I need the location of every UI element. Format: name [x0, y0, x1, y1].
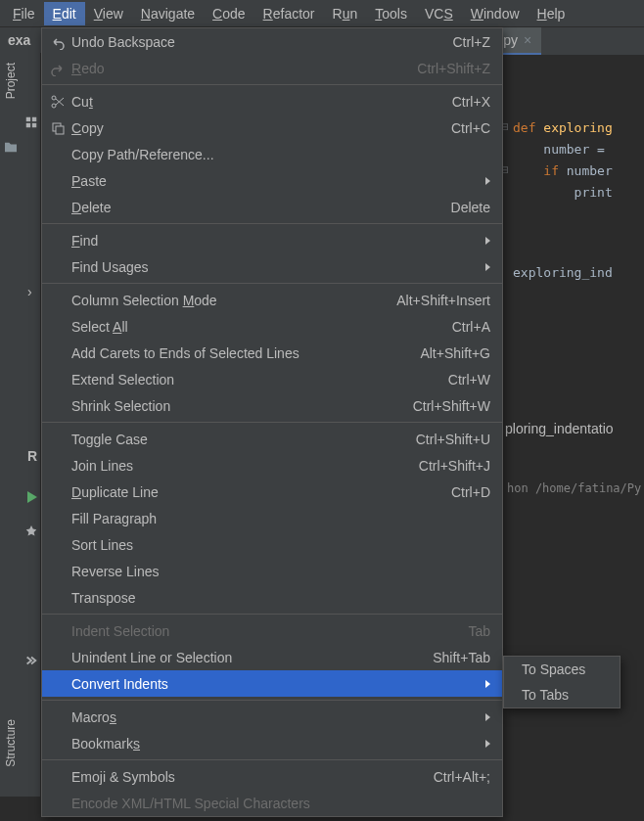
menu-sort-lines[interactable]: Sort Lines	[42, 531, 502, 558]
menu-join-lines[interactable]: Join Lines Ctrl+Shift+J	[42, 452, 502, 479]
menu-vcs[interactable]: VCS	[416, 2, 462, 25]
submenu-to-spaces[interactable]: To Spaces	[504, 657, 620, 682]
code-line: def exploring	[513, 117, 644, 139]
run-tool-letter[interactable]: R	[27, 448, 37, 464]
editor[interactable]: ⊟ ⊟ def exploring number = if number pri…	[503, 117, 644, 284]
menubar: File Edit View Navigate Code Refactor Ru…	[0, 0, 644, 27]
menu-shortcut: Ctrl+X	[452, 94, 490, 110]
code-line: print	[513, 182, 644, 204]
menu-emoji[interactable]: Emoji & Symbols Ctrl+Alt+;	[42, 763, 502, 790]
menu-label: Sort Lines	[71, 537, 490, 553]
menu-label: Emoji & Symbols	[71, 769, 434, 785]
menu-extend-selection[interactable]: Extend Selection Ctrl+W	[42, 366, 502, 392]
menu-label: Duplicate Line	[71, 484, 451, 500]
menu-delete[interactable]: Delete Delete	[42, 194, 502, 220]
menu-label: Macros	[71, 709, 490, 725]
chevron-right-icon	[484, 259, 492, 275]
code-line: exploring_ind	[513, 262, 644, 284]
menu-shortcut: Ctrl+Shift+Z	[417, 61, 490, 76]
menu-label: Convert Indents	[71, 676, 490, 692]
menu-code[interactable]: Code	[204, 2, 253, 25]
close-icon[interactable]: ×	[524, 32, 531, 48]
menu-label: Redo	[71, 61, 417, 76]
menu-label: Copy	[71, 120, 451, 136]
menu-tools[interactable]: Tools	[366, 2, 416, 25]
scissors-icon	[50, 94, 66, 110]
menu-add-carets[interactable]: Add Carets to Ends of Selected Lines Alt…	[42, 340, 502, 366]
tool-icon[interactable]	[24, 525, 38, 538]
menu-redo: Redo Ctrl+Shift+Z	[42, 55, 502, 81]
menu-label: Toggle Case	[71, 432, 416, 447]
menu-label: Undo Backspace	[71, 34, 453, 50]
menu-label: Paste	[71, 173, 490, 189]
menu-column-selection[interactable]: Column Selection Mode Alt+Shift+Insert	[42, 287, 502, 313]
sidebar-tab-project[interactable]: Project	[1, 53, 21, 109]
menu-paste[interactable]: Paste	[42, 167, 502, 194]
menu-encode-xml: Encode XML/HTML Special Characters	[42, 790, 502, 816]
menu-label: Fill Paragraph	[71, 511, 490, 526]
menu-cut[interactable]: Cut Ctrl+X	[42, 88, 502, 114]
svg-rect-3	[32, 123, 36, 127]
menu-file[interactable]: File	[4, 2, 44, 25]
menu-navigate[interactable]: Navigate	[132, 2, 204, 25]
menu-label: Bookmarks	[71, 736, 490, 752]
menu-copy[interactable]: Copy Ctrl+C	[42, 114, 502, 141]
play-icon[interactable]	[27, 491, 37, 503]
menu-reverse-lines[interactable]: Reverse Lines	[42, 558, 502, 584]
submenu-to-tabs[interactable]: To Tabs	[504, 682, 620, 707]
menu-label: Find Usages	[71, 259, 490, 275]
menu-window[interactable]: Window	[462, 2, 529, 25]
menu-edit[interactable]: Edit	[44, 2, 85, 25]
convert-indents-submenu: To Spaces To Tabs	[503, 656, 621, 708]
menu-shortcut: Ctrl+W	[448, 372, 490, 388]
menu-shortcut: Ctrl+Z	[453, 34, 491, 50]
code-line: number =	[513, 139, 644, 160]
svg-point-5	[52, 104, 56, 108]
chevron-right-icon	[484, 233, 492, 249]
menu-macros[interactable]: Macros	[42, 704, 502, 730]
menu-shortcut: Ctrl+D	[451, 484, 490, 500]
menu-separator	[42, 422, 502, 423]
menu-find-usages[interactable]: Find Usages	[42, 253, 502, 280]
menu-label: Cut	[71, 94, 452, 110]
menu-shortcut: Ctrl+C	[451, 120, 490, 136]
menu-label: Encode XML/HTML Special Characters	[71, 796, 490, 811]
menu-undo[interactable]: Undo Backspace Ctrl+Z	[42, 28, 502, 55]
menu-separator	[42, 759, 502, 760]
menu-separator	[42, 700, 502, 701]
svg-rect-0	[26, 117, 30, 121]
menu-find[interactable]: Find	[42, 227, 502, 253]
menu-copy-path[interactable]: Copy Path/Reference...	[42, 141, 502, 167]
chevron-right-icon	[484, 173, 492, 189]
menu-toggle-case[interactable]: Toggle Case Ctrl+Shift+U	[42, 426, 502, 452]
menu-convert-indents[interactable]: Convert Indents	[42, 670, 502, 697]
menu-fill-paragraph[interactable]: Fill Paragraph	[42, 505, 502, 531]
menu-label: Column Selection Mode	[71, 293, 396, 308]
svg-rect-2	[26, 123, 30, 127]
menu-label: Indent Selection	[71, 623, 468, 639]
menu-run[interactable]: Run	[324, 2, 367, 25]
menu-shortcut: Ctrl+A	[452, 319, 490, 335]
menu-shrink-selection[interactable]: Shrink Selection Ctrl+Shift+W	[42, 392, 502, 419]
chevron-right-icon[interactable]: ›	[27, 284, 32, 299]
menu-separator	[42, 223, 502, 224]
menu-duplicate-line[interactable]: Duplicate Line Ctrl+D	[42, 479, 502, 505]
switcher-icon[interactable]	[24, 115, 38, 129]
copy-icon	[50, 120, 66, 136]
menu-unindent[interactable]: Unindent Line or Selection Shift+Tab	[42, 644, 502, 670]
menu-select-all[interactable]: Select All Ctrl+A	[42, 313, 502, 340]
menu-shortcut: Ctrl+Shift+J	[419, 458, 490, 474]
menu-bookmarks[interactable]: Bookmarks	[42, 730, 502, 756]
chevron-double-icon[interactable]	[24, 654, 38, 667]
code-line: if number	[513, 160, 644, 182]
run-tool-title: ploring_indentatio	[505, 421, 614, 436]
menu-view[interactable]: View	[85, 2, 132, 25]
menu-separator	[42, 283, 502, 284]
breadcrumb-text: exa	[8, 32, 30, 48]
sidebar-tab-structure[interactable]: Structure	[1, 709, 21, 777]
menu-refactor[interactable]: Refactor	[254, 2, 324, 25]
redo-icon	[50, 61, 66, 76]
menu-shortcut: Alt+Shift+G	[420, 345, 490, 361]
menu-help[interactable]: Help	[529, 2, 575, 25]
menu-transpose[interactable]: Transpose	[42, 584, 502, 611]
